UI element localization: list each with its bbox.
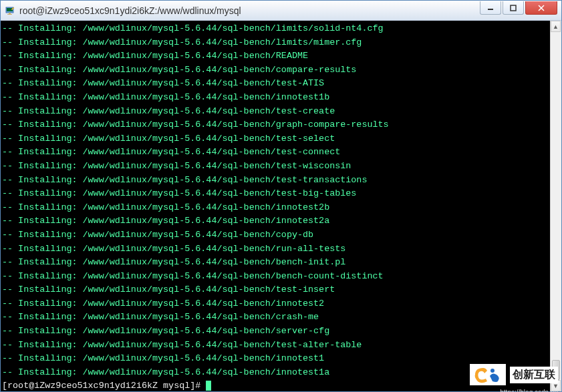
- minimize-button[interactable]: [480, 1, 501, 15]
- scroll-up-arrow[interactable]: ▲: [551, 21, 561, 32]
- cursor: [206, 381, 211, 391]
- install-line: -- Installing: /www/wdlinux/mysql-5.6.44…: [2, 325, 560, 339]
- install-line: -- Installing: /www/wdlinux/mysql-5.6.44…: [2, 77, 560, 91]
- install-line: -- Installing: /www/wdlinux/mysql-5.6.44…: [2, 146, 560, 160]
- install-line: -- Installing: /www/wdlinux/mysql-5.6.44…: [2, 118, 560, 132]
- svg-rect-3: [7, 14, 12, 15]
- install-line: -- Installing: /www/wdlinux/mysql-5.6.44…: [2, 214, 560, 228]
- install-line: -- Installing: /www/wdlinux/mysql-5.6.44…: [2, 132, 560, 146]
- install-line: -- Installing: /www/wdlinux/mysql-5.6.44…: [2, 187, 560, 201]
- close-button[interactable]: [525, 1, 557, 15]
- install-line: -- Installing: /www/wdlinux/mysql-5.6.44…: [2, 297, 560, 311]
- watermark: 创新互联: [470, 364, 558, 385]
- app-window: root@iZwz9ceo51xc9n1ydi2i6kZ:/www/wdlinu…: [0, 0, 562, 392]
- install-line: -- Installing: /www/wdlinux/mysql-5.6.44…: [2, 242, 560, 256]
- install-line: -- Installing: /www/wdlinux/mysql-5.6.44…: [2, 105, 560, 119]
- svg-rect-5: [511, 5, 516, 11]
- install-line: -- Installing: /www/wdlinux/mysql-5.6.44…: [2, 339, 560, 353]
- install-line: -- Installing: /www/wdlinux/mysql-5.6.44…: [2, 63, 560, 77]
- install-line: -- Installing: /www/wdlinux/mysql-5.6.44…: [2, 91, 560, 105]
- titlebar[interactable]: root@iZwz9ceo51xc9n1ydi2i6kZ:/www/wdlinu…: [1, 1, 561, 21]
- window-controls: [480, 1, 561, 15]
- install-line: -- Installing: /www/wdlinux/mysql-5.6.44…: [2, 201, 560, 215]
- svg-rect-2: [9, 13, 11, 14]
- install-line: -- Installing: /www/wdlinux/mysql-5.6.44…: [2, 160, 560, 174]
- watermark-logo-icon: [470, 364, 506, 385]
- install-line: -- Installing: /www/wdlinux/mysql-5.6.44…: [2, 49, 560, 63]
- maximize-button[interactable]: [503, 1, 524, 15]
- svg-rect-4: [488, 9, 493, 10]
- svg-point-6: [490, 369, 495, 373]
- install-line: -- Installing: /www/wdlinux/mysql-5.6.44…: [2, 270, 560, 284]
- install-line: -- Installing: /www/wdlinux/mysql-5.6.44…: [2, 22, 560, 36]
- watermark-brand: 创新互联: [510, 367, 558, 383]
- install-line: -- Installing: /www/wdlinux/mysql-5.6.44…: [2, 256, 560, 270]
- install-line: -- Installing: /www/wdlinux/mysql-5.6.44…: [2, 283, 560, 297]
- putty-icon: [5, 5, 15, 16]
- watermark-url: https://blog.csdn.ne: [500, 389, 558, 392]
- install-line: -- Installing: /www/wdlinux/mysql-5.6.44…: [2, 174, 560, 188]
- install-line: -- Installing: /www/wdlinux/mysql-5.6.44…: [2, 36, 560, 50]
- install-line: -- Installing: /www/wdlinux/mysql-5.6.44…: [2, 228, 560, 242]
- vertical-scrollbar[interactable]: ▲ ▼: [550, 21, 561, 391]
- install-line: -- Installing: /www/wdlinux/mysql-5.6.44…: [2, 311, 560, 325]
- scroll-track[interactable]: [551, 32, 561, 380]
- terminal-output[interactable]: -- Installing: /www/wdlinux/mysql-5.6.44…: [1, 21, 561, 391]
